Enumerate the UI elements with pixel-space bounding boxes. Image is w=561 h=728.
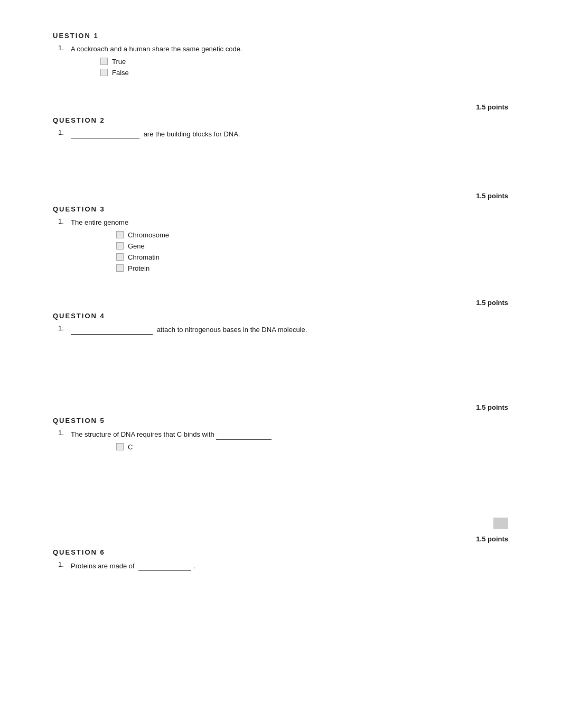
question-3-number: 1. [58,217,71,225]
question-3-item: 1. The entire genome [53,217,508,228]
question-2-spacer [53,142,508,190]
question-5-points: 1.5 points [53,535,508,543]
question-3-section: QUESTION 3 1. The entire genome Chromoso… [53,205,508,307]
question-6-blank[interactable] [138,560,191,572]
radio-false[interactable] [100,69,108,76]
question-6-number: 1. [58,560,71,568]
question-6-item: 1. Proteins are made of . [53,560,508,572]
option-chromosome[interactable]: Chromosome [116,231,508,239]
question-4-text: attach to nitrogenous bases in the DNA m… [71,324,307,335]
question-3-header: QUESTION 3 [53,205,508,213]
question-5-item: 1. The structure of DNA requires that C … [53,429,508,440]
question-5-header: QUESTION 5 [53,417,508,425]
question-3-spacer [53,275,508,297]
question-4-blank[interactable] [71,324,153,335]
question-5-options: C [53,443,508,451]
question-2-item: 1. are the building blocks for DNA. [53,128,508,140]
question-1-header: UESTION 1 [53,32,508,40]
question-5-spacer [53,454,508,518]
question-1-options: True False [53,58,508,77]
question-4-points: 1.5 points [53,403,508,411]
question-6-period: . [193,562,195,570]
question-2-section: QUESTION 2 1. are the building blocks fo… [53,116,508,200]
question-4-header: QUESTION 4 [53,312,508,320]
question-2-blank[interactable] [71,128,139,140]
question-4-item: 1. attach to nitrogenous bases in the DN… [53,324,508,335]
question-5-section: QUESTION 5 1. The structure of DNA requi… [53,417,508,543]
question-2-text-after: are the building blocks for DNA. [144,130,240,138]
radio-c[interactable] [116,443,124,450]
question-2-points: 1.5 points [53,192,508,200]
option-gene[interactable]: Gene [116,242,508,250]
question-5-blank[interactable] [216,429,272,440]
question-5-text-before: The structure of DNA requires that C bin… [71,430,214,438]
option-chromosome-label: Chromosome [128,231,169,239]
question-1-item: 1. A cockroach and a human share the sam… [53,44,508,54]
question-1-text: A cockroach and a human share the same g… [71,44,242,54]
question-1-section: UESTION 1 1. A cockroach and a human sha… [53,32,508,111]
option-chromatin-label: Chromatin [128,253,160,261]
question-1-number: 1. [58,44,71,52]
question-6-section: QUESTION 6 1. Proteins are made of . [53,548,508,572]
radio-true[interactable] [100,58,108,65]
radio-chromatin[interactable] [116,253,124,261]
question-5-text: The structure of DNA requires that C bin… [71,429,274,440]
question-4-section: QUESTION 4 1. attach to nitrogenous base… [53,312,508,412]
question-2-header: QUESTION 2 [53,116,508,124]
option-c-label: C [128,443,133,451]
option-true-label: True [112,58,126,66]
option-true[interactable]: True [100,58,508,66]
question-4-spacer [53,338,508,401]
question-2-number: 1. [58,128,71,136]
question-4-number: 1. [58,324,71,332]
option-protein-label: Protein [128,264,149,272]
radio-chromosome[interactable] [116,231,124,238]
question-5-number: 1. [58,429,71,437]
option-gene-label: Gene [128,242,145,250]
question-5-thumbnail [493,518,508,529]
question-3-points: 1.5 points [53,299,508,307]
option-false[interactable]: False [100,69,508,77]
radio-protein[interactable] [116,264,124,272]
page-container: UESTION 1 1. A cockroach and a human sha… [0,0,561,728]
question-6-header: QUESTION 6 [53,548,508,556]
option-c[interactable]: C [116,443,508,451]
option-false-label: False [112,69,129,77]
question-2-text: are the building blocks for DNA. [71,128,240,140]
option-protein[interactable]: Protein [116,264,508,272]
question-6-text: Proteins are made of . [71,560,195,572]
question-1-points: 1.5 points [53,103,508,111]
radio-gene[interactable] [116,242,124,250]
question-3-options: Chromosome Gene Chromatin Protein [53,231,508,272]
question-6-text-before: Proteins are made of [71,562,135,570]
question-4-text-after: attach to nitrogenous bases in the DNA m… [157,326,307,334]
option-chromatin[interactable]: Chromatin [116,253,508,261]
question-3-text: The entire genome [71,217,128,228]
